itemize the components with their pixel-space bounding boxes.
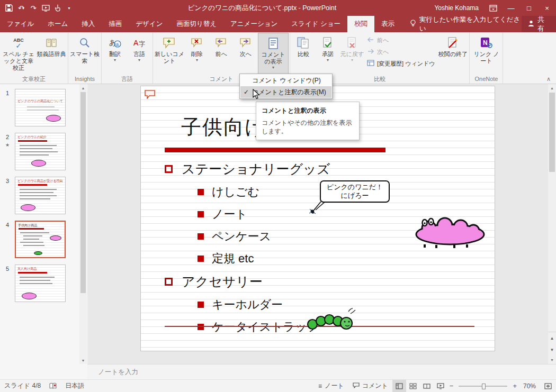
notes-toggle-button[interactable]: ≡ ノート [314, 380, 348, 392]
close-button[interactable]: × [538, 0, 556, 16]
compare-small-buttons: 前へ 次へ [変更履歴] ウィンドウ [364, 33, 437, 75]
zoom-out-button[interactable]: − [447, 382, 456, 390]
spell-check-button[interactable]: ABC✓ スペル チェックと文章校正 [1, 33, 36, 75]
tab-slideshow[interactable]: スライド ショー [284, 16, 347, 32]
filled-square-bullet-icon [198, 211, 204, 217]
normal-view-button[interactable] [392, 380, 406, 392]
tab-view[interactable]: 表示 [374, 16, 401, 32]
bullet-level1[interactable]: ステーショナリーグッズ [165, 160, 482, 178]
filled-square-bullet-icon [198, 256, 204, 262]
green-caterpillar-drawing[interactable] [304, 306, 359, 334]
redo-icon[interactable]: ↷ [28, 2, 39, 14]
notes-pane[interactable]: ノートを入力 [87, 364, 556, 379]
language-indicator[interactable]: 日本語 [61, 380, 88, 392]
next-slide-icon[interactable]: ▼ [548, 344, 556, 355]
next-change-button[interactable]: 次へ [364, 46, 437, 58]
reject-button[interactable]: 元に戻す ▾ [340, 33, 364, 75]
powerpoint-window: ↶▾ ↷ ▾ ピンクのワニの商品化について.pptx - PowerPoint … [0, 0, 556, 392]
zoom-slider[interactable] [459, 386, 507, 387]
fit-slide-to-window-button[interactable] [540, 380, 556, 392]
slide-number-indicator[interactable]: スライド 4/8 [0, 380, 45, 392]
speech-bubble[interactable]: ピンクのワニだ！ にげろー [320, 180, 390, 203]
slide-sorter-view-button[interactable] [406, 380, 420, 392]
tab-design[interactable]: デザイン [129, 16, 169, 32]
touch-mode-icon[interactable] [52, 2, 64, 14]
scroll-down-icon[interactable]: ▼ [548, 356, 556, 364]
zoom-slider-thumb[interactable] [482, 384, 486, 389]
linked-notes-button[interactable]: N リンク ノート [471, 33, 501, 75]
language-button[interactable]: A字 言語 ▾ [127, 33, 151, 75]
end-review-button[interactable]: 校閲の終了 [437, 33, 468, 75]
account-user-name[interactable]: Yoshie Kohama [434, 4, 479, 12]
show-comments-button[interactable]: コメントの表示 ▾ [258, 33, 289, 75]
next-comment-button[interactable]: 次へ [234, 33, 258, 75]
new-comment-button[interactable]: 新しいコメント [154, 33, 185, 75]
slide-thumbnail-panel: 1 ピンクのワニの商品化について 2★ ピンクのワニの紹介 3 [0, 84, 87, 364]
thumbnail-slide-1[interactable]: 1 ピンクのワニの商品化について [0, 89, 87, 126]
onenote-icon: N [480, 35, 492, 51]
tab-animations[interactable]: アニメーション [223, 16, 284, 32]
share-button[interactable]: 共有 [522, 16, 556, 32]
undo-icon[interactable]: ↶▾ [15, 2, 27, 14]
checkmark-icon: ✓ [240, 88, 252, 96]
previous-slide-icon[interactable]: ▲ [548, 332, 556, 344]
compare-button[interactable]: 比較 [291, 33, 316, 75]
pink-crocodile-drawing[interactable] [403, 212, 488, 251]
end-review-icon [446, 35, 459, 51]
translate-dropdown-icon: ▾ [114, 58, 116, 62]
tab-home[interactable]: ホーム [41, 16, 75, 32]
maximize-button[interactable]: □ [520, 0, 538, 16]
slideshow-view-button[interactable] [434, 380, 447, 392]
group-label-onenote: OneNote [471, 75, 501, 84]
collapse-ribbon-icon[interactable]: ∧ [546, 76, 551, 83]
accept-button[interactable]: 承諾 ▾ [316, 33, 340, 75]
tab-transitions[interactable]: 画面切り替え [169, 16, 223, 32]
thumbnail-slide-2[interactable]: 2★ ピンクのワニの紹介 [0, 133, 87, 170]
proofing-status-icon[interactable] [45, 380, 61, 392]
tab-insert[interactable]: 挿入 [75, 16, 102, 32]
slide-nav-buttons: ▲ ▼ [548, 332, 556, 355]
thumbnail-scrollbar[interactable]: ▲ ▼ [79, 84, 87, 364]
comment-marker-icon[interactable] [144, 89, 156, 101]
comments-toggle-button[interactable]: コメント [348, 380, 392, 392]
zoom-level[interactable]: 70% [519, 380, 540, 392]
thumbnail-slide-4[interactable]: 4 子供向け商品 [0, 221, 87, 258]
show-comments-dropdown-icon: ▾ [272, 65, 274, 70]
thumbnail-slide-3[interactable]: 3 ピンクのワニ商品が受ける理由 [0, 177, 87, 214]
ribbon-display-options-icon[interactable] [484, 0, 502, 16]
thumbnail-scroll-thumb[interactable] [80, 92, 86, 293]
menu-item-comment-pane[interactable]: コメント ウィンドウ(P) [240, 75, 331, 86]
tab-draw[interactable]: 描画 [102, 16, 129, 32]
group-language: あa 翻訳 ▾ A字 言語 ▾ 言語 [102, 32, 153, 84]
start-slideshow-icon[interactable] [40, 2, 51, 14]
previous-comment-icon [215, 35, 228, 51]
scroll-down-icon[interactable]: ▼ [79, 357, 87, 364]
thesaurus-button[interactable]: 類義語辞典 [36, 33, 67, 75]
tell-me-box[interactable]: 実行したい作業を入力してください [410, 16, 522, 32]
minimize-button[interactable]: — [502, 0, 520, 16]
save-icon[interactable] [3, 2, 15, 14]
main-scrollbar[interactable]: ▲ ▲ ▼ ▼ [548, 84, 556, 364]
customize-qat-icon[interactable]: ▾ [64, 2, 76, 14]
thumbnail-slide-5[interactable]: 5 大人向け商品 [0, 265, 87, 302]
main-scroll-thumb[interactable] [549, 93, 555, 172]
smart-lookup-button[interactable]: スマート検索 [69, 33, 100, 75]
undo-dropdown-icon[interactable]: ▾ [22, 6, 24, 11]
tell-me-label: 実行したい作業を入力してください [419, 15, 522, 33]
bullet-level1[interactable]: アクセサリー [165, 273, 482, 290]
spellcheck-icon: ABC✓ [13, 35, 24, 51]
revisions-pane-button[interactable]: [変更履歴] ウィンドウ [364, 58, 437, 69]
reading-view-button[interactable] [420, 380, 434, 392]
translate-button[interactable]: あa 翻訳 ▾ [103, 33, 127, 75]
scroll-up-icon[interactable]: ▲ [548, 84, 556, 92]
tab-review[interactable]: 校閲 [347, 16, 374, 32]
tooltip-body: コメントやその他の注釈を表示します。 [262, 118, 354, 135]
bullet-level2[interactable]: 定規 etc [198, 251, 482, 267]
filled-square-bullet-icon [198, 233, 204, 240]
zoom-in-button[interactable]: + [510, 382, 519, 390]
delete-comment-button[interactable]: 削除 ▾ [185, 33, 209, 75]
previous-comment-button[interactable]: 前へ [209, 33, 234, 75]
tab-file[interactable]: ファイル [0, 16, 41, 32]
previous-change-button[interactable]: 前へ [364, 34, 437, 46]
scroll-up-icon[interactable]: ▲ [79, 84, 87, 92]
